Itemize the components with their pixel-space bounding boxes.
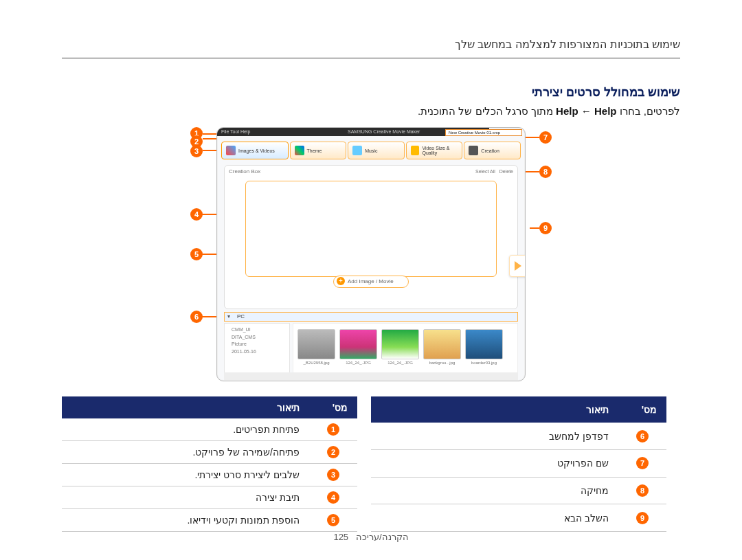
row-desc: פתיחה/שמירה של פרויקט.	[62, 441, 309, 464]
callout-badge-7: 7	[539, 131, 552, 144]
chapter-title: שימוש בתוכניות המצורפות למצלמה במחשב שלך	[62, 38, 680, 58]
tab-images-videos[interactable]: Images & Videos	[221, 142, 289, 159]
row-desc: תיבת יצירה	[62, 486, 309, 509]
project-name-field: New Creative Movie 01.cmp	[445, 129, 522, 136]
help-menu-1: Help	[556, 105, 578, 117]
instruction-arrow: ←	[578, 105, 594, 117]
app-window: File Tool Help SAMSUNG Creative Movie Ma…	[216, 127, 526, 381]
images-icon	[226, 146, 236, 155]
row-badge: 6	[636, 430, 649, 443]
thumbnail-label: 124_24_.JPG	[387, 361, 413, 365]
next-step-button[interactable]	[509, 255, 526, 277]
thumbnail-strip: _B2U2958.jpg 124_24_.JPG 124_24_.JPG bac…	[293, 323, 518, 374]
row-badge: 4	[327, 491, 339, 504]
row-badge: 1	[327, 423, 339, 436]
help-instruction: לפרטים, בחרו Help ← Help מתוך סרגל הכלים…	[62, 105, 680, 117]
music-icon	[352, 146, 362, 155]
thumbnail-image	[339, 329, 377, 359]
add-image-movie-button[interactable]: Add Image / Movie	[333, 276, 409, 288]
thumbnail-item[interactable]: 124_24_.JPG	[381, 329, 419, 373]
col-header-desc: תיאור	[62, 396, 309, 418]
tab-label: Creation	[481, 148, 499, 153]
thumbnail-label: boarder03.jpg	[471, 361, 497, 365]
table-row: 4תיבת יצירה	[62, 486, 357, 509]
table-row: 8מחיקה	[371, 477, 666, 504]
app-brand: SAMSUNG Creative Movie Maker	[348, 128, 420, 136]
delete-button[interactable]: Delete	[499, 169, 513, 174]
row-badge: 8	[636, 484, 649, 497]
page-footer: הקרנה/עריכה 125	[0, 532, 742, 542]
tab-video-size[interactable]: Video Size & Quality	[406, 142, 463, 159]
video-size-icon	[411, 146, 420, 155]
thumbnail-item[interactable]: boarder03.jpg	[465, 329, 503, 373]
row-desc: שלבים ליצירת סרט יצירתי.	[62, 464, 309, 486]
callout-badge-4: 4	[190, 208, 203, 221]
folder-tree[interactable]: CMM_UI DITA_CMS Picture 2011-05-16	[224, 323, 290, 374]
col-header-desc: תיאור	[371, 396, 618, 423]
screenshot-container: 1 2 3 4 5 6 7 8 9 File Tool Help SAMSUNG…	[62, 127, 680, 381]
callout-badge-3: 3	[190, 145, 203, 157]
bottom-bar	[224, 372, 518, 381]
row-badge: 3	[327, 469, 339, 481]
row-badge: 5	[327, 514, 339, 526]
help-menu-2: Help	[594, 105, 617, 117]
thumbnail-label: backgrou...jpg	[429, 361, 456, 365]
tab-label: Video Size & Quality	[422, 146, 462, 155]
row-desc: פתיחת תפריטים.	[62, 418, 309, 441]
legend-table-right: מס' תיאור 1פתיחת תפריטים. 2פתיחה/שמירה ש…	[62, 396, 357, 532]
row-desc: דפדפן למחשב	[371, 423, 618, 449]
thumbnail-label: _B2U2958.jpg	[303, 361, 329, 365]
table-row: 7שם הפרויקט	[371, 450, 666, 478]
select-all-button[interactable]: Select All	[475, 169, 495, 174]
row-desc: הוספת תמונות וקטעי וידיאו.	[62, 509, 309, 532]
table-row: 2פתיחה/שמירה של פרויקט.	[62, 441, 357, 464]
pc-browser-bar[interactable]: PC	[224, 312, 518, 322]
footer-label: הקרנה/עריכה	[356, 532, 409, 542]
tab-music[interactable]: Music	[348, 142, 405, 159]
table-row: 9השלב הבא	[371, 504, 666, 532]
instruction-post: מתוך סרגל הכלים של התוכנית.	[418, 105, 556, 117]
tab-creation[interactable]: Creation	[464, 142, 521, 159]
row-badge: 9	[636, 512, 649, 524]
callout-badge-9: 9	[539, 222, 552, 234]
thumbnail-image	[381, 329, 419, 359]
tree-node[interactable]: 2011-05-16	[232, 348, 286, 356]
row-desc: מחיקה	[371, 477, 618, 504]
thumbnail-item[interactable]: backgrou...jpg	[423, 329, 461, 373]
thumbnail-item[interactable]: _B2U2958.jpg	[297, 329, 335, 373]
legend-table-left: מס' תיאור 6דפדפן למחשב 7שם הפרויקט 8מחיק…	[371, 396, 666, 532]
thumbnail-label: 124_24_.JPG	[346, 361, 371, 365]
tree-node[interactable]: Picture	[232, 341, 286, 348]
col-header-num: מס'	[618, 396, 666, 423]
row-desc: שם הפרויקט	[371, 450, 618, 478]
tab-label: Images & Videos	[238, 148, 275, 153]
callout-badge-5: 5	[190, 248, 203, 260]
tree-node[interactable]: DITA_CMS	[232, 334, 286, 341]
row-badge: 2	[327, 446, 339, 458]
instruction-pre: לפרטים, בחרו	[616, 105, 680, 117]
callout-badge-8: 8	[539, 166, 552, 178]
creation-box-label: Creation Box	[229, 168, 260, 175]
thumbnail-image	[423, 329, 461, 359]
creation-icon	[469, 146, 478, 155]
row-badge: 7	[636, 457, 649, 469]
thumbnail-item[interactable]: 124_24_.JPG	[339, 329, 377, 373]
creation-box-canvas	[245, 181, 497, 277]
tree-node[interactable]: CMM_UI	[232, 326, 286, 334]
table-row: 3שלבים ליצירת סרט יצירתי.	[62, 464, 357, 486]
thumbnail-image	[465, 329, 503, 359]
footer-page: 125	[333, 532, 348, 542]
row-desc: השלב הבא	[371, 504, 618, 532]
tab-label: Music	[365, 148, 377, 153]
table-row: 6דפדפן למחשב	[371, 423, 666, 449]
table-row: 5הוספת תמונות וקטעי וידיאו.	[62, 509, 357, 532]
section-title: שימוש במחולל סרטים יצירתי	[62, 85, 680, 100]
thumbnail-image	[297, 329, 335, 359]
steps-tabs: Images & Videos Theme Music Video Size &…	[221, 142, 521, 159]
table-row: 1פתיחת תפריטים.	[62, 418, 357, 441]
col-header-num: מס'	[309, 396, 357, 418]
tab-theme[interactable]: Theme	[290, 142, 347, 159]
creation-box: Creation Box Select All Delete Add Image…	[224, 165, 518, 309]
tab-label: Theme	[307, 148, 322, 153]
theme-icon	[295, 146, 304, 155]
